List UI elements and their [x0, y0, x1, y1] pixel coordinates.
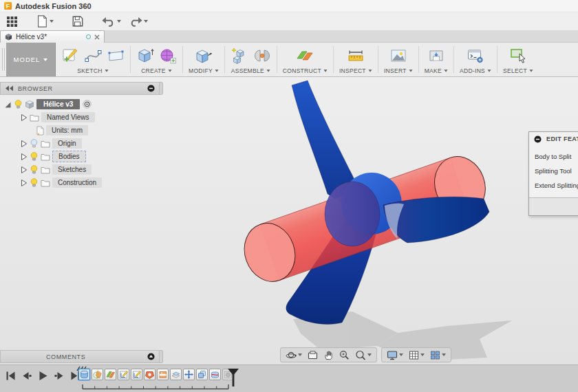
timeline-feature-copy[interactable]: [196, 369, 208, 380]
browser-item-named-views[interactable]: Named Views: [0, 111, 160, 124]
look-at-button[interactable]: [308, 350, 318, 360]
browser-header[interactable]: BROWSER: [0, 82, 160, 95]
app-grid-button[interactable]: [5, 15, 19, 28]
ribbon-group-label[interactable]: CONSTRUCT: [283, 67, 328, 74]
browser-item-root[interactable]: Hélice v3: [0, 98, 160, 111]
ribbon-group-label[interactable]: SKETCH: [77, 67, 108, 74]
ribbon-group-label[interactable]: ASSEMBLE: [231, 67, 270, 74]
timeline-feature-split-body[interactable]: [92, 369, 103, 380]
select-icon[interactable]: [509, 47, 527, 65]
collapsed-arrow-icon[interactable]: [20, 179, 28, 187]
activate-radio-icon[interactable]: [83, 100, 92, 109]
timeline-feature-sketch[interactable]: [131, 369, 142, 380]
pan-button[interactable]: [323, 350, 334, 360]
ribbon-group-label[interactable]: CREATE: [141, 67, 172, 74]
orbit-button[interactable]: [286, 350, 302, 360]
collapsed-arrow-icon[interactable]: [20, 113, 28, 122]
visibility-bulb-on-icon[interactable]: [30, 152, 39, 162]
create-box-icon[interactable]: [136, 47, 154, 65]
browser-resize-handle[interactable]: [160, 82, 163, 95]
browser-item-label[interactable]: Named Views: [41, 112, 95, 122]
ribbon-group-label[interactable]: MAKE: [425, 67, 448, 74]
timeline-feature-cylinder[interactable]: [78, 369, 90, 380]
chevron-down-icon: [298, 353, 302, 356]
timeline-feature-sketch[interactable]: [118, 369, 129, 380]
ribbon-group-label[interactable]: INSERT: [384, 67, 413, 74]
file-menu-button[interactable]: [34, 14, 55, 29]
browser-item-construction[interactable]: Construction: [0, 176, 160, 189]
undo-button[interactable]: [100, 15, 122, 28]
hub-front-face[interactable]: [325, 182, 380, 246]
collapsed-arrow-icon[interactable]: [20, 166, 28, 174]
display-settings-button[interactable]: [387, 350, 403, 360]
timeline-feature-split-face[interactable]: [105, 369, 116, 380]
visibility-bulb-on-icon[interactable]: [14, 100, 23, 109]
collapsed-arrow-icon[interactable]: [20, 153, 28, 161]
collapse-left-icon[interactable]: [5, 85, 14, 91]
save-button[interactable]: [70, 14, 85, 28]
browser-item-label[interactable]: Origin: [52, 138, 82, 149]
timeline-feature-move[interactable]: [183, 369, 195, 380]
browser-item-label[interactable]: Sketches: [52, 164, 92, 175]
edit-feature-header[interactable]: EDIT FEATURE: [529, 132, 578, 146]
browser-item-label[interactable]: Units: mm: [46, 125, 88, 135]
insert-image-icon[interactable]: [389, 47, 407, 65]
ribbon-group-label[interactable]: MODIFY: [189, 67, 219, 74]
browser-item-label[interactable]: Hélice v3: [36, 99, 80, 109]
panel-expand-icon[interactable]: [147, 353, 155, 360]
grid-layout-button[interactable]: [409, 350, 425, 360]
browser-item-sketches[interactable]: Sketches: [0, 163, 160, 176]
press-pull-icon[interactable]: [195, 47, 213, 65]
workspace-switcher[interactable]: MODEL: [6, 43, 56, 76]
collapsed-arrow-icon[interactable]: [20, 140, 28, 148]
timeline-feature-loft[interactable]: [144, 369, 156, 380]
chevron-down-icon: [215, 69, 218, 72]
timeline-feature-box[interactable]: [157, 369, 169, 380]
zoom-button[interactable]: [339, 350, 350, 360]
ribbon-group-label[interactable]: INSPECT: [339, 67, 372, 74]
field-splitting-tool[interactable]: Splitting Tool: [529, 167, 578, 175]
document-cube-icon: [5, 33, 12, 41]
spline-icon[interactable]: [84, 47, 102, 65]
create-form-icon[interactable]: [159, 47, 177, 65]
expanded-arrow-icon[interactable]: [3, 100, 12, 109]
visibility-bulb-on-icon[interactable]: [30, 165, 39, 175]
visibility-bulb-on-icon[interactable]: [30, 178, 39, 188]
rectangle-tool-icon[interactable]: [107, 47, 125, 65]
measure-icon[interactable]: [347, 47, 365, 65]
dialog-menu-icon[interactable]: [534, 135, 542, 143]
timeline-feature-split[interactable]: [209, 369, 221, 380]
viewports-button[interactable]: [430, 350, 446, 360]
comments-header[interactable]: COMMENTS: [0, 350, 160, 363]
browser-item-label[interactable]: Bodies: [52, 151, 86, 162]
timeline-ruler[interactable]: [77, 384, 242, 391]
browser-item-label[interactable]: Construction: [52, 177, 102, 188]
ribbon-group-label[interactable]: ADD-INS: [460, 67, 491, 74]
field-body-to-split[interactable]: Body to Split: [529, 153, 578, 160]
joint-icon[interactable]: [253, 47, 271, 65]
browser-item-bodies[interactable]: Bodies: [0, 150, 160, 163]
close-icon[interactable]: [94, 34, 100, 40]
3d-viewport[interactable]: BROWSER Hélice v3: [0, 77, 578, 364]
document-tab[interactable]: Hélice v3*: [0, 30, 105, 43]
visibility-bulb-off-icon[interactable]: [30, 139, 39, 149]
new-component-icon[interactable]: [231, 47, 248, 65]
zoom-window-button[interactable]: [355, 350, 372, 360]
3d-print-icon[interactable]: [427, 47, 445, 65]
field-extend-splitting-tool[interactable]: Extend Splitting Tool: [529, 182, 578, 189]
browser-item-origin[interactable]: Origin: [0, 137, 160, 150]
scripts-addins-icon[interactable]: [467, 47, 484, 65]
step-back-button[interactable]: [22, 371, 32, 380]
toolbar-grip[interactable]: [2, 48, 5, 71]
browser-item-units[interactable]: Units: mm: [0, 124, 160, 137]
timeline-feature-combine[interactable]: [170, 369, 182, 380]
comments-resize-handle[interactable]: [160, 350, 163, 363]
play-button[interactable]: [39, 371, 47, 380]
step-forward-button[interactable]: [54, 371, 64, 380]
construction-plane-icon[interactable]: [296, 47, 314, 65]
redo-button[interactable]: [127, 15, 149, 28]
skip-to-start-button[interactable]: [6, 371, 15, 380]
panel-menu-icon[interactable]: [147, 85, 155, 92]
create-sketch-icon[interactable]: [61, 47, 79, 65]
ribbon-group-label[interactable]: SELECT: [503, 67, 533, 74]
